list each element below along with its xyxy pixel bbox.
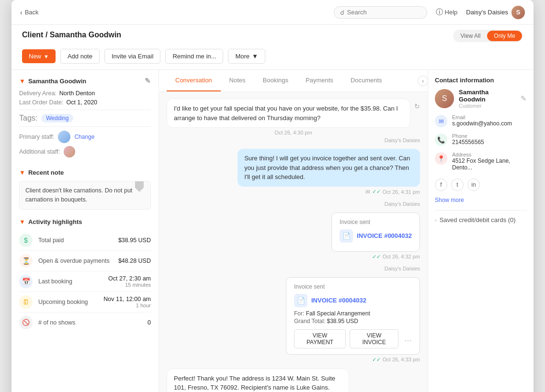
check-icon-4: ✓✓ (372, 357, 381, 363)
note-card: Client doesn't like carnations. Do not p… (19, 181, 151, 210)
client-chevron-icon: ▼ (19, 78, 25, 85)
email-sent-icon: ✉ (365, 189, 370, 195)
invoice-file-detail: 📄 INVOICE #0004032 (294, 294, 412, 307)
location-icon: 📍 (435, 152, 447, 165)
clock-icon: ⏳ (19, 254, 33, 268)
change-staff-button[interactable]: Change (74, 134, 94, 140)
divider-2 (19, 126, 151, 127)
tab-notes[interactable]: Notes (221, 70, 254, 91)
no-shows-label: # of no shows (38, 319, 142, 326)
help-label: Help (445, 9, 458, 16)
only-me-button[interactable]: Only Me (487, 31, 522, 41)
help-circle-icon: ⓘ (436, 8, 443, 17)
delivery-value: North Denton (59, 90, 95, 97)
last-order-row: Last Order Date: Oct 1, 2020 (19, 99, 151, 106)
tab-payments[interactable]: Payments (297, 70, 342, 91)
nav-right: ☌ ⓘ Help Daisy's Daisies S (334, 6, 525, 19)
message-3: Invoice sent 📄 INVOICE #0004032 ✓✓ Oct 2… (167, 213, 420, 260)
saved-cards-section: › Saved credit/debit cards (0) (435, 210, 527, 224)
search-box: ☌ (334, 6, 427, 19)
invoice-more-button[interactable]: … (404, 335, 412, 343)
last-booking-sub: 15 minutes (108, 282, 151, 288)
activity-chevron-icon: ▼ (19, 218, 25, 225)
delivery-label: Delivery Area: (19, 90, 57, 97)
view-payment-button[interactable]: VIEW PAYMENT (294, 329, 346, 348)
invite-email-button[interactable]: Invite via Email (104, 49, 160, 64)
tags-label: Tags: (19, 114, 37, 123)
facebook-button[interactable]: f (435, 179, 447, 191)
msg-2-meta: ✉ ✓✓ Oct 26, 4:31 pm (167, 189, 420, 195)
linkedin-button[interactable]: in (467, 179, 480, 191)
contact-info-title: Contact information (435, 77, 527, 84)
saved-cards-chevron-icon: › (435, 217, 437, 223)
more-button[interactable]: More ▼ (228, 49, 265, 64)
activity-no-shows: 🚫 # of no shows 0 (19, 313, 151, 333)
invoice-number-simple: INVOICE #0004032 (357, 232, 412, 239)
new-label: New (29, 53, 41, 60)
search-icon: ☌ (340, 9, 344, 16)
conversation-scroll: I'd like to get your fall special that y… (159, 92, 428, 392)
more-arrow-icon: ▼ (252, 53, 258, 60)
invoice-number-detail: INVOICE #0004032 (311, 297, 366, 304)
tag-wedding[interactable]: Wedding (41, 114, 73, 123)
search-input[interactable] (347, 9, 414, 16)
overdue-value: $48.28 USD (118, 258, 151, 264)
saved-cards-toggle[interactable]: › Saved credit/debit cards (0) (435, 216, 527, 224)
contact-name-row: S Samantha Goodwin Customer ✎ (435, 89, 527, 109)
show-more-link[interactable]: Show more (435, 197, 527, 203)
activity-last-booking: 📅 Last booking Oct 27, 2:30 am 15 minute… (19, 271, 151, 292)
message-2: Sure thing! I will get you invoice toget… (167, 149, 420, 195)
tab-documents[interactable]: Documents (342, 70, 391, 91)
msg-3-sender: Daisy's Daisies (167, 201, 420, 207)
dollar-icon: $ (19, 234, 33, 247)
refresh-icon[interactable]: ↻ (414, 102, 420, 110)
upcoming-booking-label: Upcoming booking (38, 299, 98, 305)
activity-highlights-title: ▼ Activity highlights (19, 218, 151, 225)
new-button[interactable]: New ▼ (22, 49, 56, 63)
contact-edit-icon[interactable]: ✎ (521, 94, 527, 103)
add-note-button[interactable]: Add note (60, 49, 100, 64)
view-all-button[interactable]: View All (454, 31, 488, 41)
invoice-simple-title: Invoice sent (340, 219, 412, 225)
view-invoice-button[interactable]: VIEW INVOICE (350, 329, 398, 348)
back-button[interactable]: ‹ Back (20, 9, 39, 16)
message-5: Perfect! Thank you! The address is 1234 … (167, 369, 420, 392)
remind-button[interactable]: Remind me in... (165, 49, 223, 64)
tab-conversation[interactable]: Conversation (167, 70, 221, 91)
msg-bubble-5: Perfect! Thank you! The address is 1234 … (167, 369, 349, 392)
social-row: f t in (435, 179, 527, 191)
tabs-header: Conversation Notes Bookings Payments Doc… (159, 70, 428, 92)
invoice-buttons: VIEW PAYMENT VIEW INVOICE … (294, 329, 412, 348)
invoice-card-detail: Invoice sent 📄 INVOICE #0004032 For: Fal… (286, 277, 420, 355)
no-show-icon: 🚫 (19, 316, 33, 329)
recent-note-chevron-icon: ▼ (19, 169, 25, 176)
client-name: Samantha Goodwin (28, 78, 86, 85)
invoice-for-row: For: Fall Special Arrangement (294, 310, 412, 317)
msg-4-meta: ✓✓ Oct 26, 4:33 pm (167, 357, 420, 363)
app-window: ‹ Back ☌ ⓘ Help Daisy's Daisies S Client… (11, 0, 534, 392)
primary-staff-row: Primary staff: Change (19, 131, 151, 143)
msg-1-time: Oct 26, 4:30 pm (167, 130, 420, 135)
contact-email-block: Email s.goodwin@yahoo.com (452, 114, 512, 127)
calendar-icon: 📅 (19, 275, 33, 288)
upcoming-booking-value: Nov 11, 12:00 am (103, 296, 151, 302)
invoice-total-row: Grand Total: $38.95 USD (294, 318, 412, 325)
note-content: Client doesn't like carnations. Do not p… (25, 187, 132, 203)
brand-area: Daisy's Daisies S (466, 6, 525, 19)
center-panel: Conversation Notes Bookings Payments Doc… (159, 70, 428, 392)
help-button[interactable]: ⓘ Help (436, 8, 458, 17)
twitter-button[interactable]: t (451, 179, 464, 191)
breadcrumb: Client / Samantha Goodwin (22, 31, 121, 39)
last-order-label: Last Order Date: (19, 99, 63, 106)
upcoming-booking-sub: 1 hour (103, 302, 151, 308)
toolbar: New ▼ Add note Invite via Email Remind m… (22, 49, 523, 69)
expand-panel-button[interactable]: › (418, 76, 428, 86)
contact-section-label: Contact information (435, 77, 494, 84)
client-edit-icon[interactable]: ✎ (145, 77, 151, 85)
tabs-row: Conversation Notes Bookings Payments Doc… (159, 70, 428, 92)
invoice-for-value: Fall Special Arrangement (306, 310, 370, 317)
total-paid-value: $38.95 USD (118, 237, 151, 244)
invoice-detail-file-icon: 📄 (294, 294, 307, 307)
recent-note-section: ▼ Recent note Client doesn't like carnat… (19, 169, 151, 210)
tab-bookings[interactable]: Bookings (254, 70, 297, 91)
